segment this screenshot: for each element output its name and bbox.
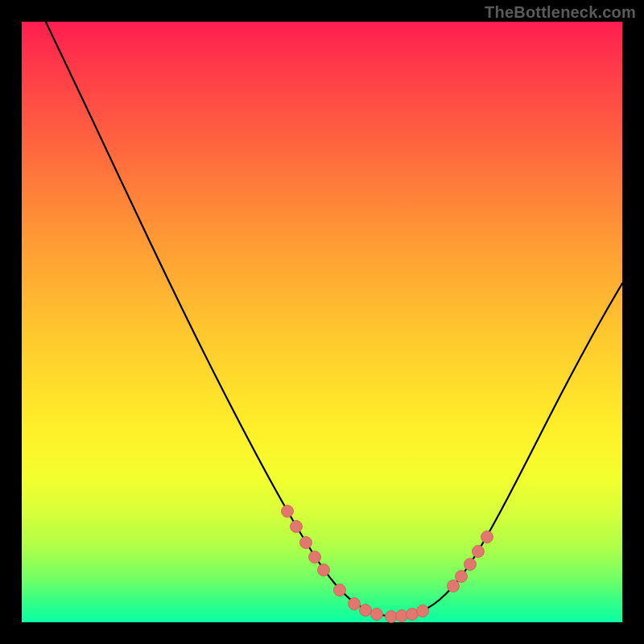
curve-marker-dot (417, 605, 429, 617)
curve-marker-dot (456, 571, 468, 583)
curve-marker-dot (300, 537, 312, 549)
curve-markers (282, 506, 493, 623)
curve-marker-dot (481, 531, 493, 543)
bottleneck-plot (22, 22, 622, 622)
curve-marker-dot (334, 584, 346, 597)
curve-marker-dot (318, 564, 330, 576)
curve-marker-dot (291, 521, 303, 533)
watermark-label: TheBottleneck.com (485, 3, 636, 22)
curve-marker-dot (464, 559, 477, 571)
curve-marker-dot (371, 609, 383, 621)
curve-marker-dot (282, 506, 294, 518)
curve-marker-dot (360, 605, 372, 617)
bottleneck-curve (43, 15, 622, 617)
curve-marker-dot (448, 580, 460, 592)
chart-area (22, 22, 622, 622)
curve-marker-dot (309, 551, 321, 564)
curve-marker-dot (349, 598, 361, 610)
curve-marker-dot (396, 610, 408, 622)
curve-marker-dot (473, 546, 485, 558)
